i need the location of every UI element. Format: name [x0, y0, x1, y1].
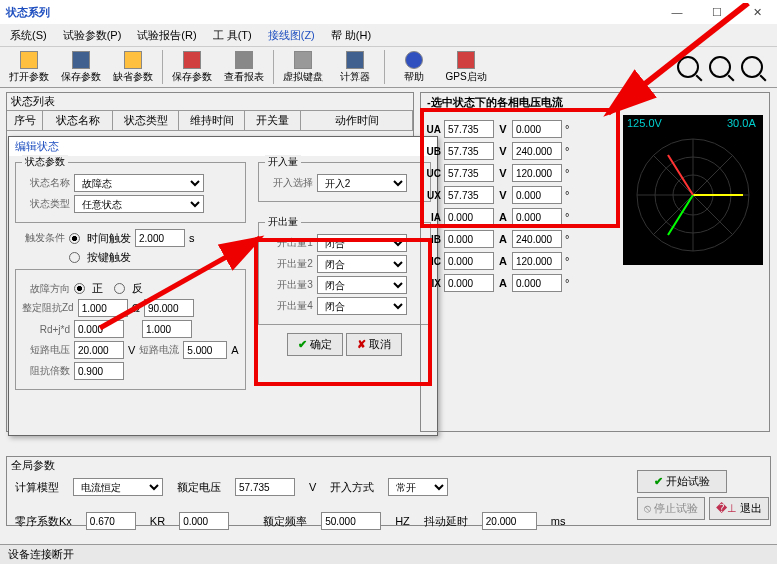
out4-select[interactable]: 闭合 — [317, 297, 407, 315]
dialog-title: 编辑状态 — [9, 137, 437, 156]
ok-button[interactable]: ✔确定 — [287, 333, 343, 356]
radio-pos[interactable] — [74, 283, 85, 294]
model-select[interactable]: 电流恒定 — [73, 478, 163, 496]
phase-panel: -选中状态下的各相电压电流 UAV° UBV° UCV° UXV° IAA° I… — [420, 92, 770, 432]
menu-tools[interactable]: 工 具(T) — [213, 28, 252, 43]
cancel-button[interactable]: ✘取消 — [346, 333, 402, 356]
ua-mag[interactable] — [444, 120, 494, 138]
menu-help[interactable]: 帮 助(H) — [331, 28, 371, 43]
window-title: 状态系列 — [6, 5, 50, 20]
rated-v-input[interactable] — [235, 478, 295, 496]
ia-mag[interactable] — [444, 208, 494, 226]
x-icon: ✘ — [357, 338, 366, 351]
ua-ang[interactable] — [512, 120, 562, 138]
phase-title: -选中状态下的各相电压电流 — [421, 93, 769, 112]
uc-ang[interactable] — [512, 164, 562, 182]
uc-mag[interactable] — [444, 164, 494, 182]
stop-button[interactable]: ⦸停止试验 — [637, 497, 705, 520]
maximize-button[interactable]: ☐ — [697, 0, 737, 24]
trig-time-input[interactable] — [135, 229, 185, 247]
zoom-in-icon[interactable] — [677, 56, 699, 78]
start-button[interactable]: ✔开始试验 — [637, 470, 727, 493]
out1-select[interactable]: 闭合 — [317, 234, 407, 252]
tb-default[interactable]: 缺省参数 — [108, 48, 158, 86]
stop-icon: ⦸ — [644, 502, 651, 515]
ux-mag[interactable] — [444, 186, 494, 204]
tb-viewrep[interactable]: 查看报表 — [219, 48, 269, 86]
out2-select[interactable]: 闭合 — [317, 255, 407, 273]
exit-button[interactable]: �⊥退出 — [709, 497, 769, 520]
ic-ang[interactable] — [512, 252, 562, 270]
exit-icon: �⊥ — [716, 502, 737, 515]
tb-vkb[interactable]: 虚拟键盘 — [278, 48, 328, 86]
in-mode-select[interactable]: 常开 — [388, 478, 448, 496]
check-icon: ✔ — [654, 475, 663, 488]
radio-neg[interactable] — [114, 283, 125, 294]
status-bar: 设备连接断开 — [0, 544, 777, 564]
menu-report[interactable]: 试验报告(R) — [137, 28, 196, 43]
ub-mag[interactable] — [444, 142, 494, 160]
ia-ang[interactable] — [512, 208, 562, 226]
edit-state-dialog: 编辑状态 状态参数 状态名称故障态 状态类型任意状态 触发条件 时间触发 s 按… — [8, 136, 438, 436]
radio-time[interactable] — [69, 233, 80, 244]
tb-savep[interactable]: 保存参数 — [167, 48, 217, 86]
rd2-input[interactable] — [142, 320, 192, 338]
delay-input[interactable] — [482, 512, 537, 530]
menu-params[interactable]: 试验参数(P) — [63, 28, 122, 43]
ib-mag[interactable] — [444, 230, 494, 248]
iscale-label: 30.0A — [727, 117, 756, 129]
kx-input[interactable] — [86, 512, 136, 530]
check-icon: ✔ — [298, 338, 307, 351]
zoom-out-icon[interactable] — [709, 56, 731, 78]
ix-mag[interactable] — [444, 274, 494, 292]
tb-open[interactable]: 打开参数 — [4, 48, 54, 86]
state-table-header: 序号 状态名称 状态类型 维持时间 开关量 动作时间 — [7, 110, 413, 131]
in-select[interactable]: 开入2 — [317, 174, 407, 192]
zd1-input[interactable] — [78, 299, 128, 317]
sc-input[interactable] — [183, 341, 227, 359]
rated-f-input[interactable] — [321, 512, 381, 530]
ib-ang[interactable] — [512, 230, 562, 248]
zk-input[interactable] — [74, 362, 124, 380]
state-type-select[interactable]: 任意状态 — [74, 195, 204, 213]
tb-help[interactable]: 帮助 — [389, 48, 439, 86]
sv-input[interactable] — [74, 341, 124, 359]
ux-ang[interactable] — [512, 186, 562, 204]
close-button[interactable]: ✕ — [737, 0, 777, 24]
vscale-label: 125.0V — [627, 117, 663, 129]
state-name-select[interactable]: 故障态 — [74, 174, 204, 192]
ub-ang[interactable] — [512, 142, 562, 160]
rd1-input[interactable] — [74, 320, 124, 338]
ix-ang[interactable] — [512, 274, 562, 292]
state-list-title: 状态列表 — [7, 93, 413, 110]
kr-input[interactable] — [179, 512, 229, 530]
tb-gps[interactable]: GPS启动 — [441, 48, 491, 86]
menu-system[interactable]: 系统(S) — [10, 28, 47, 43]
zoom-fit-icon[interactable] — [741, 56, 763, 78]
out3-select[interactable]: 闭合 — [317, 276, 407, 294]
tb-calc[interactable]: 计算器 — [330, 48, 380, 86]
radio-key[interactable] — [69, 252, 80, 263]
status-text: 设备连接断开 — [8, 547, 74, 562]
zd2-input[interactable] — [144, 299, 194, 317]
polar-chart: 125.0V 30.0A — [623, 115, 763, 265]
tb-save[interactable]: 保存参数 — [56, 48, 106, 86]
minimize-button[interactable]: — — [657, 0, 697, 24]
menu-wiring[interactable]: 接线图(Z) — [268, 28, 315, 43]
ic-mag[interactable] — [444, 252, 494, 270]
